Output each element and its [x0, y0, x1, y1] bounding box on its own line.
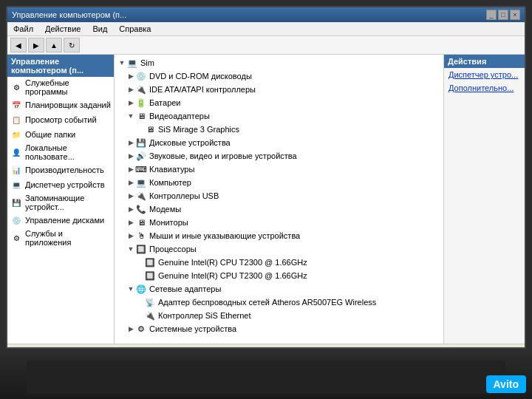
sidebar-item-sharedfolders[interactable]: 📁 Общие папки — [7, 127, 114, 142]
tree-ethernet[interactable]: 🔌 Контроллер SiS Ethernet — [115, 309, 443, 322]
video-icon: 🖥 — [135, 110, 147, 122]
tree-cpu[interactable]: ▼ 🔲 Процессоры — [115, 242, 443, 256]
tree-mice[interactable]: ▶ 🖱 Мыши и иные указывающие устройства — [115, 229, 443, 242]
sidebar: Управление компьютером (п... ⚙ Служебные… — [7, 55, 115, 344]
laptop-bottom — [0, 355, 532, 399]
svc-icon: ⚙ — [10, 232, 22, 244]
laptop-screen: Управление компьютером (п... _ □ × Файл … — [0, 0, 532, 355]
tree-usb[interactable]: ▶ 🔌 Контроллеры USB — [115, 189, 443, 202]
sidebar-item-devmanager[interactable]: 💻 Диспетчер устройств — [7, 177, 114, 192]
forward-button[interactable]: ▶ — [28, 38, 44, 52]
expand-icon: ▶ — [126, 179, 135, 186]
network-icon: 🌐 — [135, 283, 147, 295]
expand-icon: ▶ — [126, 219, 135, 226]
sidebar-item-storage[interactable]: 💾 Запоминающие устройст... — [7, 192, 114, 213]
avito-badge: Avito — [486, 375, 526, 393]
expand-icon: ▶ — [126, 86, 135, 93]
sidebar-item-localusers[interactable]: 👤 Локальные пользовате... — [7, 142, 114, 163]
modem-icon: 📞 — [135, 203, 147, 215]
sidebar-item-serviceprograms[interactable]: ⚙ Служебные программы — [7, 77, 114, 98]
expand-icon: ▶ — [126, 205, 135, 213]
folder-icon: 📁 — [10, 129, 22, 140]
back-button[interactable]: ◀ — [10, 38, 27, 52]
users-icon: 👤 — [10, 146, 22, 158]
tree-root[interactable]: ▼ 💻 Sim — [115, 56, 443, 69]
keyboard-area — [27, 361, 505, 394]
title-bar-buttons: _ □ × — [486, 10, 520, 20]
tree-wireless[interactable]: 📡 Адаптер беспроводных сетей Atheros AR5… — [115, 296, 443, 309]
sidebar-item-taskscheduler[interactable]: 📅 Планировщик заданий — [7, 98, 114, 112]
ethernet-icon: 🔌 — [144, 310, 156, 321]
monitor-icon: 🖥 — [135, 216, 147, 228]
expand-icon: ▶ — [126, 325, 135, 332]
sound-icon: 🔊 — [135, 150, 147, 162]
tree-monitors[interactable]: ▶ 🖥 Мониторы — [115, 216, 443, 229]
devmgr-icon: 💻 — [10, 179, 22, 191]
expand-icon: ▶ — [126, 232, 135, 239]
expand-icon: ▶ — [126, 166, 135, 173]
tree-diskdev[interactable]: ▶ 💾 Дисковые устройства — [115, 136, 443, 149]
action-devmanager[interactable]: Диспетчер устро... — [444, 68, 525, 81]
storage-icon: 💾 — [10, 197, 22, 208]
perf-icon: 📊 — [10, 164, 22, 176]
maximize-button[interactable]: □ — [498, 10, 508, 20]
sidebar-item-performance[interactable]: 📊 Производительность — [7, 163, 114, 177]
menu-help[interactable]: Справка — [116, 24, 154, 34]
toolbar: ◀ ▶ ▲ ↻ — [7, 36, 525, 55]
mouse-icon: 🖱 — [135, 230, 147, 242]
status-bar — [7, 344, 525, 347]
tree-computer[interactable]: ▶ 💻 Компьютер — [115, 176, 443, 189]
close-button[interactable]: × — [510, 10, 520, 20]
root-label: Sim — [140, 58, 154, 67]
scheduler-icon: 📅 — [10, 99, 22, 111]
service-icon: ⚙ — [10, 81, 22, 93]
up-button[interactable]: ▲ — [46, 38, 62, 52]
tree-modems[interactable]: ▶ 📞 Модемы — [115, 202, 443, 216]
menu-bar: Файл Действие Вид Справка — [7, 22, 525, 36]
menu-view[interactable]: Вид — [89, 24, 110, 34]
battery-icon: 🔋 — [135, 97, 147, 109]
actions-title: Действия — [444, 55, 525, 68]
cpu-icon: 🔲 — [135, 243, 147, 255]
sidebar-item-services[interactable]: ⚙ Службы и приложения — [7, 228, 114, 248]
expand-icon: ▼ — [117, 59, 126, 66]
expand-icon: ▶ — [126, 72, 135, 80]
action-additional[interactable]: Дополнительно... — [444, 81, 525, 95]
sidebar-item-eventviewer[interactable]: 📋 Просмотр событий — [7, 112, 114, 127]
tree-sysdev[interactable]: ▶ ⚙ Системные устройства — [115, 322, 443, 335]
window-frame: Управление компьютером (п... _ □ × Файл … — [6, 6, 526, 349]
tree-sis-graphics[interactable]: 🖥 SiS Mirage 3 Graphics — [115, 123, 443, 136]
minimize-button[interactable]: _ — [486, 10, 497, 20]
main-content: Управление компьютером (п... ⚙ Служебные… — [7, 55, 525, 344]
graphics-icon: 🖥 — [144, 123, 156, 135]
actions-panel: Действия Диспетчер устро... Дополнительн… — [443, 55, 525, 344]
tree-panel: ▼ 💻 Sim ▶ 💿 DVD и CD-ROM дисководы ▶ 🔌 I… — [115, 55, 443, 344]
refresh-button[interactable]: ↻ — [64, 38, 80, 52]
tree-keyboards[interactable]: ▶ ⌨ Клавиатуры — [115, 163, 443, 176]
tree-video[interactable]: ▼ 🖥 Видеоадаптеры — [115, 109, 443, 123]
wireless-icon: 📡 — [144, 296, 156, 308]
ide-icon: 🔌 — [135, 83, 147, 95]
tree-cpu1[interactable]: 🔲 Genuine Intel(R) CPU T2300 @ 1.66GHz — [115, 256, 443, 269]
events-icon: 📋 — [10, 114, 22, 126]
tree-sound[interactable]: ▶ 🔊 Звуковые, видео и игровые устройства — [115, 149, 443, 163]
avito-logo: Avito — [494, 378, 519, 390]
expand-icon: ▶ — [126, 99, 135, 106]
tree-network[interactable]: ▼ 🌐 Сетевые адаптеры — [115, 282, 443, 296]
expand-icon: ▶ — [126, 192, 135, 200]
menu-action[interactable]: Действие — [42, 24, 83, 34]
comp-icon: 💻 — [135, 177, 147, 188]
expand-icon: ▶ — [126, 139, 135, 146]
usb-icon: 🔌 — [135, 190, 147, 202]
tree-dvd[interactable]: ▶ 💿 DVD и CD-ROM дисководы — [115, 69, 443, 83]
tree-ide[interactable]: ▶ 🔌 IDE ATA/ATAPI контроллеры — [115, 83, 443, 96]
sidebar-item-diskmanager[interactable]: 💿 Управление дисками — [7, 213, 114, 228]
title-bar: Управление компьютером (п... _ □ × — [7, 7, 525, 22]
tree-battery[interactable]: ▶ 🔋 Батареи — [115, 96, 443, 109]
disk-icon: 💿 — [10, 214, 22, 226]
dvd-icon: 💿 — [135, 70, 147, 82]
tree-cpu2[interactable]: 🔲 Genuine Intel(R) CPU T2300 @ 1.66GHz — [115, 269, 443, 282]
computer-icon: 💻 — [126, 57, 138, 69]
menu-file[interactable]: Файл — [10, 24, 36, 34]
sysdev-icon: ⚙ — [135, 323, 147, 335]
